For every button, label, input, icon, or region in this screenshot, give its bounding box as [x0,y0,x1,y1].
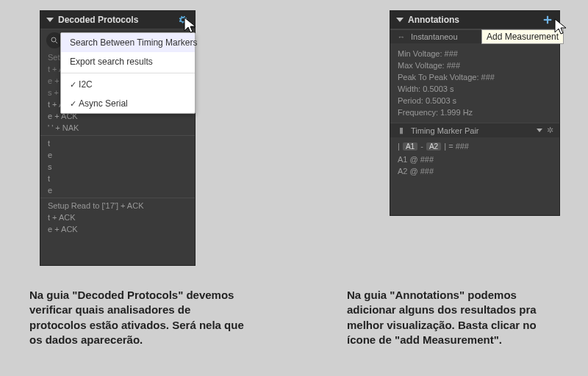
collapse-icon[interactable] [46,18,54,22]
list-item[interactable]: e [40,184,195,196]
timing-block: | A1 - A2 | = ### A1 @ ### A2 @ ### [390,137,559,181]
list-item[interactable]: s [40,161,195,173]
list-item[interactable]: ' ' + NAK [40,122,195,134]
marker-pair-row: | A1 - A2 | = ### [398,142,552,151]
section-header-timing[interactable]: ▮ Timing Marker Pair ✲ [390,123,559,137]
list-item[interactable]: t [40,173,195,184]
list-item[interactable]: t [40,135,195,149]
marker-a1-line: A1 @ ### [398,153,552,165]
svg-point-0 [51,37,56,42]
list-item[interactable]: e [40,149,195,161]
section-title: Timing Marker Pair [411,126,537,135]
menu-item-i2c[interactable]: I2C [61,75,195,94]
gear-icon[interactable] [177,14,189,26]
section-title: Instantaneou [411,32,458,41]
tooltip-add-measurement: Add Measurement [481,29,564,44]
panel-title: Decoded Protocols [58,15,177,25]
caption-left: Na guia "Decoded Protocols" devemos veri… [29,288,250,347]
chevron-down-icon[interactable] [537,129,542,132]
measure-freq: Frequency: 1.999 Hz [390,106,559,118]
gear-icon[interactable]: ✲ [547,126,553,135]
menu-separator [61,73,195,73]
measure-minv: Min Voltage: ### [390,48,559,59]
marker-a2-badge: A2 [426,142,441,151]
list-item[interactable]: Setup Read to ['17'] + ACK [40,198,195,212]
menu-item-export[interactable]: Export search results [61,52,195,71]
panel-title: Annotations [408,15,542,25]
measure-width: Width: 0.5003 s [390,83,559,95]
gear-dropdown: Search Between Timing Markers Export sea… [60,32,196,114]
menu-item-async-serial[interactable]: Async Serial [61,94,195,113]
svg-line-1 [56,42,58,44]
collapse-icon[interactable] [396,18,404,22]
arrows-icon: ↔ [396,32,406,41]
measure-pp: Peak To Peak Voltage: ### [390,71,559,83]
list-item[interactable]: e + ACK [40,223,195,235]
panel-header: Decoded Protocols [40,11,195,29]
list-item[interactable]: t + ACK [40,212,195,223]
caption-right: Na guia "Annotations" podemos adicionar … [347,288,567,347]
marker-icon: ▮ [396,126,406,135]
measure-maxv: Max Voltage: ### [390,59,559,71]
plus-icon[interactable] [542,14,553,26]
measure-period: Period: 0.5003 s [390,95,559,106]
marker-a1-badge: A1 [403,142,417,151]
panel-header: Annotations [390,11,559,29]
marker-a2-line: A2 @ ### [398,165,552,177]
menu-item-search-markers[interactable]: Search Between Timing Markers [61,33,195,52]
measurements-block: Min Voltage: ### Max Voltage: ### Peak T… [390,43,559,123]
